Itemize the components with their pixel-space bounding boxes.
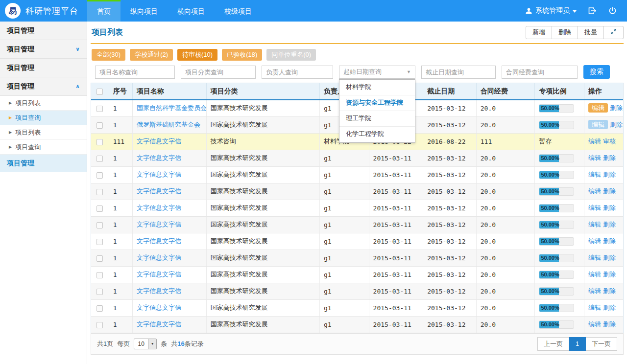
secondary-action[interactable]: 删除 (603, 171, 616, 178)
filter-tab[interactable]: 待审核(10) (177, 49, 217, 61)
add-button[interactable]: 新增 (526, 26, 552, 39)
edit-action[interactable]: 编辑 (588, 137, 601, 145)
secondary-action[interactable]: 删除 (603, 187, 616, 195)
edit-action[interactable]: 编辑 (588, 120, 608, 129)
secondary-action[interactable]: 删除 (603, 221, 616, 228)
logout-icon[interactable] (587, 6, 597, 16)
sidebar-item[interactable]: ▶ 项目管理 ∨ ∧ (0, 77, 87, 96)
dropdown-option[interactable]: 理工学院 (339, 111, 415, 127)
topnav-item[interactable]: 纵向项目 (121, 0, 168, 22)
dropdown-option[interactable]: 化学工程学院 (339, 127, 415, 142)
edit-action[interactable]: 编辑 (588, 320, 601, 328)
secondary-action[interactable]: 删除 (610, 104, 623, 112)
edit-action[interactable]: 编辑 (588, 221, 601, 228)
college-dropdown: 材料学院 资源与安全工程学院 理工学院 化学工程学院 (339, 79, 415, 143)
topnav-item[interactable]: 横向项目 (168, 0, 215, 22)
project-name-link[interactable]: 文字信息文字信 (137, 204, 181, 211)
row-checkbox[interactable] (96, 106, 103, 112)
secondary-action[interactable]: 删除 (603, 320, 616, 328)
filter-tab[interactable]: 已验收(18) (222, 49, 262, 61)
edit-action[interactable]: 编辑 (588, 287, 601, 295)
user-menu[interactable]: 系统管理员 (525, 6, 577, 15)
project-name-link[interactable]: 文字信息文字信 (137, 254, 181, 261)
project-name-link[interactable]: 文字信息文字信 (137, 187, 181, 195)
row-checkbox[interactable] (96, 305, 103, 312)
row-checkbox[interactable] (96, 289, 103, 295)
project-name-link[interactable]: 文字信息文字信 (137, 304, 181, 311)
sidebar-item[interactable]: ▶ 项目管理 ∨ ∧ (0, 22, 87, 40)
sidebar-item[interactable]: ▶ 项目查询 ∨ ∧ (0, 111, 87, 125)
end-date-cell: 2015-03-12 (423, 166, 477, 183)
sidebar-item[interactable]: ▶ 项目列表 ∨ ∧ (0, 96, 87, 111)
row-checkbox[interactable] (96, 122, 103, 129)
leader-input[interactable] (262, 66, 333, 79)
edit-action[interactable]: 编辑 (588, 254, 601, 261)
filter-tab[interactable]: 全部(30) (92, 49, 125, 61)
row-checkbox[interactable] (96, 255, 103, 262)
row-checkbox[interactable] (96, 205, 103, 212)
fund-input[interactable] (502, 66, 578, 79)
project-name-link[interactable]: 俄罗斯基础研究基金会 (137, 121, 200, 128)
row-checkbox[interactable] (96, 239, 103, 245)
secondary-action[interactable]: 删除 (603, 287, 616, 295)
project-name-link[interactable]: 文字信息文字信 (137, 237, 181, 245)
edit-action[interactable]: 编辑 (588, 304, 601, 311)
project-name-link[interactable]: 文字信息文字信 (137, 320, 181, 328)
row-checkbox[interactable] (96, 139, 103, 145)
edit-action[interactable]: 编辑 (588, 103, 608, 113)
sidebar-item[interactable]: ▶ 项目管理 ∨ ∧ (0, 155, 87, 172)
row-checkbox[interactable] (96, 322, 103, 328)
secondary-action[interactable]: 删除 (603, 237, 616, 245)
per-page-select[interactable]: 10 ▼ (134, 339, 157, 349)
edit-action[interactable]: 编辑 (588, 171, 601, 178)
sidebar-item[interactable]: ▶ 项目查询 ∨ ∧ (0, 140, 87, 155)
expand-button[interactable] (604, 26, 624, 39)
project-name-link[interactable]: 文字信息文字信 (137, 154, 181, 161)
secondary-action[interactable]: 删除 (610, 121, 623, 128)
edit-action[interactable]: 编辑 (588, 204, 601, 211)
delete-button[interactable]: 删除 (552, 26, 578, 39)
row-checkbox[interactable] (96, 172, 103, 179)
row-checkbox[interactable] (96, 189, 103, 195)
sidebar-item[interactable]: ▶ 项目管理 ∨ ∧ (0, 40, 87, 59)
project-category-input[interactable] (181, 66, 256, 79)
search-button[interactable]: 搜索 (583, 65, 610, 79)
topnav-item[interactable]: 首页 (87, 0, 121, 22)
project-name-input[interactable] (95, 66, 175, 79)
secondary-action[interactable]: 删除 (603, 154, 616, 161)
secondary-action[interactable]: 审核 (603, 137, 616, 145)
project-name-link[interactable]: 文字信息文字信 (137, 171, 181, 178)
start-date-select[interactable]: 起始日期查询 ▼ (339, 66, 415, 79)
dropdown-option[interactable]: 资源与安全工程学院 (339, 95, 415, 111)
prev-page-button[interactable]: 上一页 (537, 337, 569, 351)
topnav-item[interactable]: 校级项目 (215, 0, 262, 22)
project-name-link[interactable]: 文字信息文字信 (137, 221, 181, 228)
secondary-action[interactable]: 删除 (603, 271, 616, 278)
sidebar-item[interactable]: ▶ 项目管理 ∨ ∧ (0, 59, 87, 77)
edit-action[interactable]: 编辑 (588, 187, 601, 195)
triangle-right-icon: ▶ (9, 115, 12, 120)
project-name-link[interactable]: 文字信息文字信 (137, 137, 181, 145)
edit-action[interactable]: 编辑 (588, 237, 601, 245)
project-name-link[interactable]: 文字信息文字信 (137, 287, 181, 295)
secondary-action[interactable]: 删除 (603, 304, 616, 311)
next-page-button[interactable]: 下一页 (586, 337, 617, 351)
edit-action[interactable]: 编辑 (588, 271, 601, 278)
select-all-checkbox[interactable] (96, 89, 103, 95)
secondary-action[interactable]: 删除 (603, 254, 616, 261)
sidebar-item[interactable]: ▶ 项目列表 ∨ ∧ (0, 125, 87, 140)
filter-tab[interactable]: 学校通过(2) (130, 49, 173, 61)
power-icon[interactable] (608, 6, 617, 16)
row-checkbox[interactable] (96, 272, 103, 278)
edit-action[interactable]: 编辑 (588, 154, 601, 161)
secondary-action[interactable]: 删除 (603, 204, 616, 211)
project-name-link[interactable]: 国家自然科学基金委员会 (137, 104, 206, 112)
row-checkbox[interactable] (96, 222, 103, 228)
project-name-link[interactable]: 文字信息文字信 (137, 271, 181, 278)
dropdown-option[interactable]: 材料学院 (339, 80, 415, 95)
current-page-button[interactable]: 1 (569, 337, 586, 351)
row-checkbox[interactable] (96, 156, 103, 162)
batch-button[interactable]: 批量 (578, 26, 604, 39)
filter-tab[interactable]: 同单位重名(0) (266, 49, 316, 61)
end-date-input[interactable] (421, 66, 496, 79)
